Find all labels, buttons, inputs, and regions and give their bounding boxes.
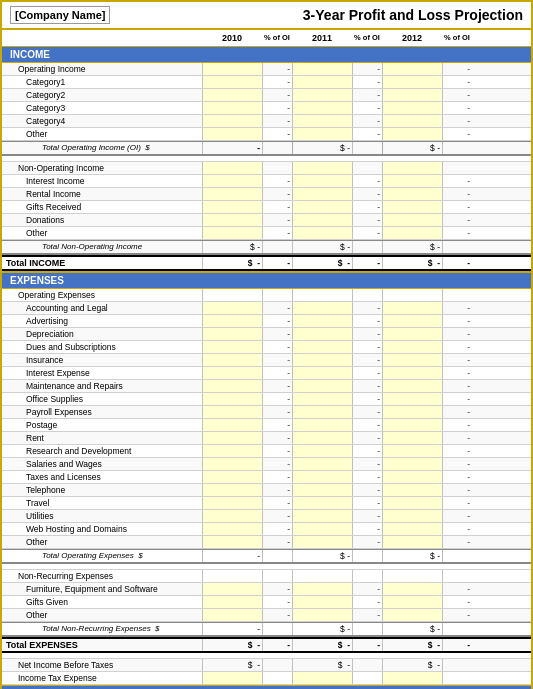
operating-expenses-label-row: Operating Expenses [2, 289, 531, 302]
list-item: Maintenance and Repairs - - - [2, 380, 531, 393]
list-item: Accounting and Legal - - - [2, 302, 531, 315]
oi-y3[interactable] [382, 63, 442, 75]
net-income-section-header: NET INCOME [2, 685, 531, 689]
list-item: Category4 - - - [2, 115, 531, 128]
list-item: Insurance - - - [2, 354, 531, 367]
list-item: Office Supplies - - - [2, 393, 531, 406]
list-item: Web Hosting and Domains - - - [2, 523, 531, 536]
expenses-section-header: EXPENSES [2, 271, 531, 289]
income-section-header: INCOME [2, 47, 531, 63]
list-item: Other - - - [2, 536, 531, 549]
list-item: Dues and Subscriptions - - - [2, 341, 531, 354]
list-item: Utilities - - - [2, 510, 531, 523]
total-oe-row: Total Operating Expenses $ - $ - $ - [2, 549, 531, 564]
list-item: Payroll Expenses - - - [2, 406, 531, 419]
total-oi-row: Total Operating Income (OI) $ - $ - $ - [2, 141, 531, 156]
total-expenses-row: Total EXPENSES $ - - $ - - $ - - [2, 637, 531, 653]
list-item: Taxes and Licenses - - - [2, 471, 531, 484]
list-item: Interest Income - - - [2, 175, 531, 188]
total-noi-row: Total Non-Operating Income $ - $ - $ - [2, 240, 531, 255]
list-item: Depreciation - - - [2, 328, 531, 341]
list-item: Other - - - [2, 609, 531, 622]
list-item: Other - - - [2, 128, 531, 141]
col-pct1: % of OI [262, 32, 292, 44]
list-item: Category3 - - - [2, 102, 531, 115]
oi-pct1: - [262, 63, 292, 75]
col-pct2: % of OI [352, 32, 382, 44]
list-item: Rental Income - - - [2, 188, 531, 201]
total-nre-row: Total Non-Recurring Expenses $ - $ - $ - [2, 622, 531, 637]
non-recurring-label-row: Non-Recurring Expenses [2, 570, 531, 583]
income-tax-row: Income Tax Expense [2, 672, 531, 685]
company-name: [Company Name] [10, 6, 110, 24]
oi-y2[interactable] [292, 63, 352, 75]
list-item: Postage - - - [2, 419, 531, 432]
oi-pct3: - [442, 63, 472, 75]
list-item: Telephone - - - [2, 484, 531, 497]
list-item: Gifts Given - - - [2, 596, 531, 609]
list-item: Category1 - - - [2, 76, 531, 89]
operating-income-label: Operating Income [2, 63, 202, 75]
list-item: Travel - - - [2, 497, 531, 510]
report-title: 3-Year Profit and Loss Projection [303, 7, 523, 23]
list-item: Interest Expense - - - [2, 367, 531, 380]
list-item: Other - - - [2, 227, 531, 240]
col-year2: 2011 [292, 32, 352, 44]
list-item: Category2 - - - [2, 89, 531, 102]
non-op-income-label-row: Non-Operating Income [2, 162, 531, 175]
total-income-row: Total INCOME $ - - $ - - $ - - [2, 255, 531, 271]
list-item: Donations - - - [2, 214, 531, 227]
col-year3: 2012 [382, 32, 442, 44]
oi-y1[interactable] [202, 63, 262, 75]
column-headers: 2010 % of OI 2011 % of OI 2012 % of OI [2, 30, 531, 47]
col-pct3: % of OI [442, 32, 472, 44]
income-row-cat1: Category1 [2, 76, 202, 88]
list-item: Gifts Received - - - [2, 201, 531, 214]
list-item: Salaries and Wages - - - [2, 458, 531, 471]
list-item: Research and Development - - - [2, 445, 531, 458]
net-before-taxes-row: Net Income Before Taxes $ - $ - $ - [2, 659, 531, 672]
list-item: Rent - - - [2, 432, 531, 445]
col-year1: 2010 [202, 32, 262, 44]
list-item: Advertising - - - [2, 315, 531, 328]
oi-pct2: - [352, 63, 382, 75]
operating-income-label-row: Operating Income - - - [2, 63, 531, 76]
list-item: Furniture, Equipment and Software - - - [2, 583, 531, 596]
col-label [2, 32, 202, 44]
